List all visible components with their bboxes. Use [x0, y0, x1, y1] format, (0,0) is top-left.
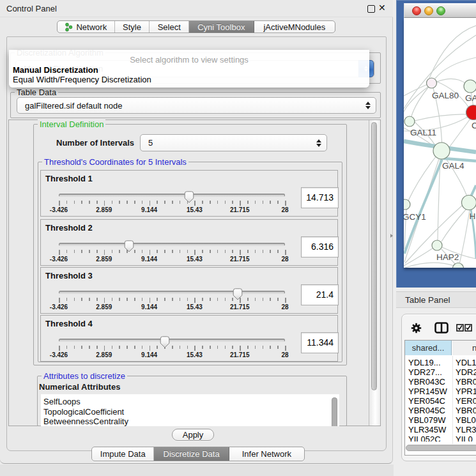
slider-thumb[interactable] — [233, 288, 243, 300]
network-edge[interactable] — [437, 79, 465, 83]
attribute-list-item[interactable]: TopologicalCoefficient — [43, 407, 124, 417]
dropdown-item-prompt[interactable]: Select algorithm to view settings — [9, 55, 369, 65]
network-edge[interactable] — [405, 263, 454, 268]
slider-track[interactable] — [59, 339, 285, 342]
table-row[interactable]: YBR043CYBR0 — [405, 377, 476, 387]
network-node-label: HAP2 — [436, 252, 459, 262]
subtab-impute-data[interactable]: Impute Data — [92, 447, 154, 461]
table-horizontal-scrollbar-thumb[interactable] — [406, 445, 476, 451]
table-row[interactable]: YER054CYER0 — [405, 396, 476, 406]
table-row[interactable]: YPR145WYPR1 — [405, 387, 476, 396]
number-of-intervals-label: Number of Intervals — [56, 138, 134, 148]
network-edge[interactable] — [435, 58, 476, 79]
slider-major-tick — [59, 201, 60, 206]
table-row[interactable]: YIL052CYIL0 — [405, 434, 476, 441]
slider-minor-tick — [232, 250, 233, 253]
slider-thumb[interactable] — [124, 240, 134, 252]
slider-track[interactable] — [59, 194, 285, 197]
network-node-gal80[interactable] — [427, 78, 437, 88]
gear-icon[interactable] — [411, 323, 422, 334]
network-canvas[interactable]: GAL80GACGAL11GAL4GCY1HHAP2 — [404, 18, 476, 268]
network-node-hap2[interactable] — [432, 240, 442, 250]
slider-minor-tick — [180, 298, 181, 301]
slider-minor-tick — [81, 201, 82, 204]
slider-minor-tick — [187, 250, 188, 253]
threshold-value-field[interactable]: 6.316 — [301, 236, 339, 257]
network-node-gal4[interactable] — [433, 142, 450, 159]
network-node-ga[interactable] — [464, 80, 476, 93]
minimize-traffic-light-icon[interactable] — [424, 6, 433, 15]
slider-major-tick — [104, 250, 105, 255]
table-row[interactable]: YBL079WYBL0 — [405, 415, 476, 425]
subtab-infer-network[interactable]: Infer Network — [229, 447, 304, 461]
slider-minor-tick — [202, 298, 203, 301]
numerical-attributes-list[interactable]: SelfLoopsTopologicalCoefficientBetweenne… — [41, 394, 339, 426]
network-node-h[interactable] — [462, 196, 476, 210]
slider-minor-tick — [119, 298, 120, 301]
columns-icon[interactable] — [434, 322, 449, 334]
network-edge[interactable] — [449, 119, 470, 148]
checkbox-icon[interactable] — [464, 324, 472, 332]
network-edge[interactable] — [411, 83, 432, 118]
tab-cyni-toolbox[interactable]: Cyni Toolbox — [189, 21, 254, 33]
table-data-combobox[interactable]: galFiltered.sif default node — [17, 97, 376, 114]
slider-minor-tick — [270, 346, 271, 349]
slider-thumb[interactable] — [160, 336, 170, 348]
network-node-gcy1[interactable] — [404, 199, 410, 210]
attributes-list-scrollbar-thumb[interactable] — [332, 397, 337, 426]
table-row[interactable]: YDR27...YDR2 — [405, 367, 476, 377]
apply-button[interactable]: Apply — [172, 429, 214, 441]
tab-jactivemnodules[interactable]: jActiveMNodules — [254, 21, 335, 33]
tab-label: jActiveMNodules — [263, 22, 325, 32]
close-icon[interactable]: ✕ — [378, 3, 386, 13]
network-node-c[interactable] — [466, 105, 476, 120]
slider-tick-label: 9.144 — [132, 206, 167, 213]
tab-select[interactable]: Select — [150, 21, 189, 33]
tab-network[interactable]: Network — [58, 21, 115, 33]
number-of-intervals-combobox[interactable]: 5 — [140, 134, 327, 151]
tab-style[interactable]: Style — [115, 21, 150, 33]
slider-major-tick — [194, 250, 196, 255]
table-header-shared-name[interactable]: shared... — [405, 341, 452, 355]
slider-minor-tick — [255, 346, 256, 349]
slider-minor-tick — [142, 346, 143, 349]
slider-minor-tick — [112, 298, 113, 301]
slider-tick-label: 21.715 — [222, 303, 257, 311]
close-traffic-light-icon[interactable] — [412, 6, 421, 15]
slider-minor-tick — [270, 298, 271, 301]
checkbox-icon[interactable] — [456, 324, 464, 332]
slider-minor-tick — [277, 250, 279, 253]
table-row[interactable]: YDL19...YDL1 — [405, 358, 476, 367]
slider-minor-tick — [142, 250, 143, 253]
slider-track[interactable] — [59, 291, 285, 294]
network-edge[interactable] — [441, 209, 466, 242]
table-cell-shared-name: YBL079W — [408, 415, 446, 425]
threshold-value-field[interactable]: 14.713 — [301, 187, 339, 208]
slider-minor-tick — [164, 250, 165, 253]
dropdown-item-manual-discretization[interactable]: Manual Discretization — [9, 65, 369, 75]
table-cell-shared-name: YDR27... — [408, 367, 442, 377]
slider-thumb[interactable] — [184, 191, 194, 203]
split-divider-arrow-icon[interactable] — [390, 234, 393, 238]
threshold-value-field[interactable]: 11.344 — [301, 332, 339, 353]
slider-major-tick — [150, 346, 151, 351]
attribute-list-item[interactable]: BetweennessCentrality — [43, 417, 128, 426]
dropdown-item-equal-width-frequency[interactable]: Equal Width/Frequency Discretization — [9, 75, 369, 85]
combobox-arrows-icon — [365, 102, 371, 109]
table-row[interactable]: YLR345WYLR3 — [405, 425, 476, 434]
threshold-label: Threshold 1 — [45, 174, 93, 183]
slider-minor-tick — [157, 298, 158, 301]
network-edge[interactable] — [415, 114, 466, 121]
attribute-list-item[interactable]: SelfLoops — [43, 397, 81, 406]
settings-vertical-scrollbar-thumb[interactable] — [371, 122, 377, 390]
network-node-gal11[interactable] — [404, 116, 415, 127]
table-header-name[interactable]: name — [452, 341, 476, 355]
slider-minor-tick — [89, 201, 90, 204]
table-horizontal-scrollbar[interactable] — [405, 444, 476, 452]
subtab-discretize-data[interactable]: Discretize Data — [154, 447, 229, 461]
zoom-traffic-light-icon[interactable] — [436, 6, 445, 15]
float-window-icon[interactable] — [367, 5, 375, 13]
slider-track[interactable] — [59, 243, 285, 246]
threshold-value-field[interactable]: 21.4 — [301, 284, 339, 305]
table-row[interactable]: YBR045CYBR0 — [405, 406, 476, 415]
